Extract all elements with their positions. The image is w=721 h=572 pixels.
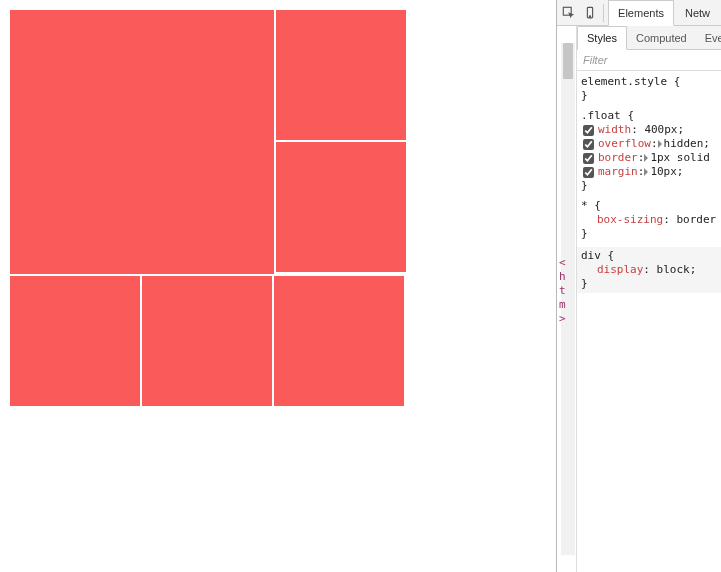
tab-styles[interactable]: Styles <box>577 26 627 50</box>
devtools-toolbar: Elements Netw <box>557 0 721 26</box>
devtools-panel: Elements Netw < h t m > Styles Computed … <box>556 0 721 572</box>
float-box <box>10 10 274 274</box>
breadcrumb-char: h <box>559 270 566 284</box>
brace: } <box>581 89 588 102</box>
elements-tree-gutter: < h t m > <box>557 26 577 572</box>
selector[interactable]: element.style <box>581 75 667 88</box>
tab-computed[interactable]: Computed <box>627 26 696 49</box>
styles-rules: element.style { } .float { width: 400px;… <box>577 71 721 572</box>
toggle-declaration[interactable] <box>583 139 594 150</box>
css-value[interactable]: 10px; <box>650 165 683 178</box>
float-box <box>142 276 272 406</box>
css-property[interactable]: border <box>598 151 638 164</box>
expand-icon[interactable] <box>644 168 648 176</box>
float-box <box>276 142 406 272</box>
css-value[interactable]: border <box>676 213 716 226</box>
tab-network[interactable]: Netw <box>676 1 719 25</box>
breadcrumb-char: < <box>559 256 566 270</box>
toggle-declaration[interactable] <box>583 167 594 178</box>
svg-point-2 <box>589 15 590 16</box>
css-property[interactable]: margin <box>598 165 638 178</box>
tab-events[interactable]: Eve <box>696 26 721 49</box>
filter-input[interactable] <box>577 50 721 70</box>
rule-block[interactable]: element.style { } <box>581 75 721 103</box>
float-box <box>276 10 406 140</box>
selector: div <box>581 249 601 262</box>
rendered-page <box>0 0 556 572</box>
brace: { <box>674 75 681 88</box>
selector[interactable]: .float <box>581 109 621 122</box>
inspect-icon[interactable] <box>559 3 578 23</box>
rule-block[interactable]: .float { width: 400px; overflow:hidden; … <box>581 109 721 193</box>
css-value[interactable]: hidden; <box>664 137 710 150</box>
toggle-declaration[interactable] <box>583 125 594 136</box>
breadcrumb[interactable]: < h t m > <box>559 256 566 326</box>
breadcrumb-char: t <box>559 284 566 298</box>
css-property[interactable]: width <box>598 123 631 136</box>
float-box <box>274 276 404 406</box>
toggle-declaration[interactable] <box>583 153 594 164</box>
rule-block-ua: div { display: block; } <box>577 247 721 293</box>
css-property[interactable]: box-sizing <box>597 213 663 226</box>
expand-icon[interactable] <box>644 154 648 162</box>
css-property: display <box>597 263 643 276</box>
breadcrumb-char: > <box>559 312 566 326</box>
rule-block[interactable]: * { box-sizing: border } <box>581 199 721 241</box>
scrollbar-thumb[interactable] <box>563 43 573 79</box>
selector[interactable]: * <box>581 199 588 212</box>
css-value: block; <box>657 263 697 276</box>
expand-icon[interactable] <box>658 140 662 148</box>
device-icon[interactable] <box>580 3 599 23</box>
tab-elements[interactable]: Elements <box>608 0 674 26</box>
css-property[interactable]: overflow <box>598 137 651 150</box>
float-box <box>10 276 140 406</box>
breadcrumb-char: m <box>559 298 566 312</box>
styles-tabstrip: Styles Computed Eve <box>577 26 721 50</box>
css-value-editing[interactable]: 400px; <box>644 123 684 136</box>
toolbar-separator <box>603 4 604 22</box>
css-value[interactable]: 1px solid <box>650 151 710 164</box>
